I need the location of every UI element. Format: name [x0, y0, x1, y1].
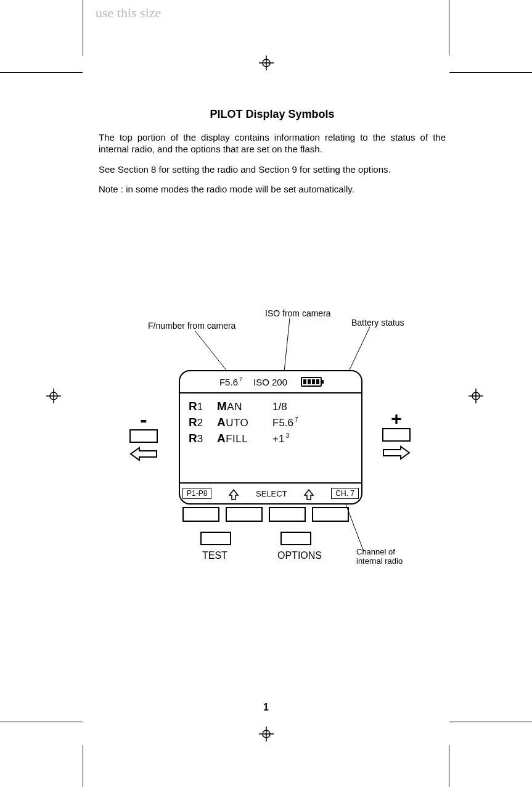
arrow-right-icon — [382, 445, 411, 460]
crop-mark — [449, 722, 532, 722]
lcd-mode-letter: A — [217, 432, 226, 445]
plus-button[interactable] — [382, 428, 411, 442]
arrow-left-icon — [129, 447, 158, 461]
registration-mark-icon — [46, 389, 61, 403]
lcd-softlabel-left: P1-P8 — [182, 488, 211, 499]
lcd-mode-letter: A — [217, 416, 226, 429]
lcd-iso: ISO 200 — [253, 377, 287, 387]
lcd-r-num: 1 — [197, 401, 203, 413]
crop-mark — [449, 72, 532, 73]
minus-control: - — [129, 413, 158, 461]
arrow-up-icon — [304, 489, 314, 498]
soft-button[interactable] — [226, 507, 263, 522]
options-button[interactable] — [280, 532, 311, 545]
plus-control: + — [382, 413, 411, 460]
lcd-fnumber-sup: 7 — [239, 377, 242, 382]
registration-mark-icon — [259, 727, 274, 741]
lcd-value-sup: 3 — [285, 432, 289, 439]
lcd-row: R3 AFILL +13 — [189, 432, 353, 445]
lcd-body: R1 MAN 1/8 R2 AUTO F5.67 R3 AFILL +13 — [180, 394, 361, 481]
crop-mark — [0, 72, 83, 73]
crop-mark — [449, 745, 449, 787]
page-title: PILOT Display Symbols — [99, 108, 446, 121]
lcd-mode-rest: UTO — [226, 417, 248, 429]
options-label: OPTIONS — [277, 550, 322, 561]
svg-line-14 — [346, 327, 370, 376]
lcd-panel: F5.6 7 ISO 200 R1 MAN 1/8 R2 AUTO F5.67 … — [179, 370, 362, 505]
lcd-softlabel-mid: SELECT — [256, 489, 287, 498]
test-button[interactable] — [200, 532, 231, 545]
crop-mark — [83, 745, 83, 787]
lcd-fnumber-value: F5.6 — [219, 377, 238, 387]
crop-mark — [0, 722, 83, 722]
minus-button[interactable] — [129, 429, 158, 443]
lcd-softlabel-right: CH. 7 — [331, 488, 359, 499]
lcd-value: 1/8 — [272, 401, 287, 413]
paragraph: See Section 8 for setting the radio and … — [99, 164, 446, 176]
test-label: TEST — [202, 550, 227, 561]
soft-button[interactable] — [312, 507, 349, 522]
plus-sign: + — [382, 413, 411, 424]
lcd-r-num: 2 — [197, 417, 203, 429]
lcd-mode-rest: AN — [227, 401, 242, 413]
battery-icon — [301, 377, 322, 387]
lcd-value: +1 — [272, 433, 284, 445]
lcd-row: R1 MAN 1/8 — [189, 400, 353, 413]
lcd-top-row: F5.6 7 ISO 200 — [180, 371, 361, 394]
lcd-r-letter: R — [189, 400, 197, 413]
registration-mark-icon — [469, 389, 483, 403]
lcd-r-letter: R — [189, 416, 197, 429]
lcd-bottom-row: P1-P8 SELECT CH. 7 — [180, 482, 361, 503]
arrow-up-icon — [229, 489, 239, 498]
lcd-mode-letter: M — [217, 400, 227, 413]
watermark-text: use this size — [96, 5, 161, 21]
registration-mark-icon — [259, 56, 274, 70]
extra-button-row — [200, 532, 311, 545]
lcd-mode-rest: FILL — [226, 433, 248, 445]
paragraph: Note : in some modes the radio mode will… — [99, 184, 446, 196]
lcd-r-num: 3 — [197, 433, 203, 445]
svg-line-13 — [284, 318, 290, 377]
minus-sign: - — [129, 413, 158, 426]
lcd-value-sup: 7 — [295, 416, 298, 423]
lcd-fnumber: F5.6 7 — [219, 377, 242, 387]
display-diagram: F/number from camera ISO from camera Bat… — [62, 290, 469, 574]
soft-button[interactable] — [269, 507, 306, 522]
crop-mark — [83, 0, 83, 56]
lcd-value: F5.6 — [272, 417, 293, 429]
lcd-row: R2 AUTO F5.67 — [189, 416, 353, 429]
soft-button[interactable] — [182, 507, 219, 522]
lcd-r-letter: R — [189, 432, 197, 445]
page-number: 1 — [0, 702, 532, 713]
paragraph: The top portion of the display contains … — [99, 132, 446, 155]
soft-button-row — [182, 507, 349, 522]
crop-mark — [449, 0, 449, 56]
